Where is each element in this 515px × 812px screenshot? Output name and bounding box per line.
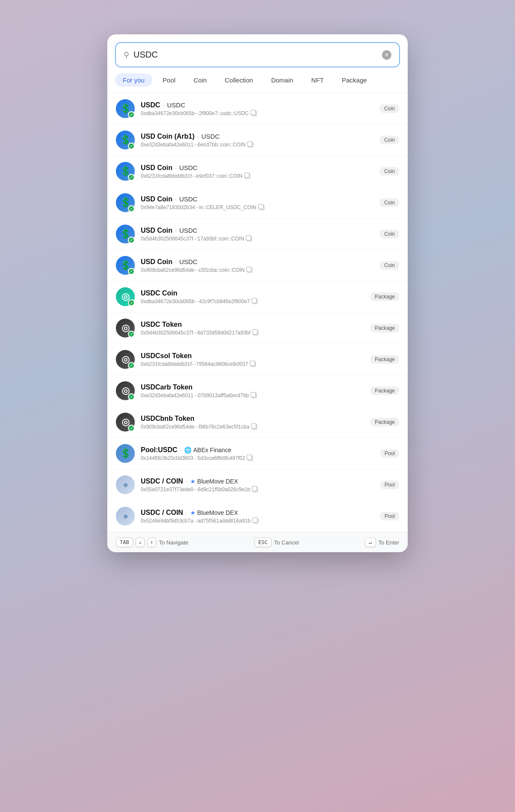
result-icon: 💲 ✓ [116, 193, 135, 212]
result-item[interactable]: 💲 ✓ USD Coin · USDC 0x5d4b302506645c37f·… [107, 219, 408, 250]
enter-hint: ↵ To Enter [365, 538, 399, 547]
tab-domain[interactable]: Domain [264, 73, 301, 87]
copy-icon[interactable] [253, 518, 258, 523]
result-address: 0xe32d3ebafa42e6011···07b9013aff5a6ecd7b… [141, 392, 364, 398]
result-info: USDC / COIN · ★ BlueMove DEX 0x5246e9dbf… [141, 509, 374, 524]
provider-star-icon: ★ [190, 478, 196, 485]
result-icon: ⟐ [116, 475, 135, 494]
verified-badge: ✓ [128, 174, 135, 181]
modal-backdrop: ⚲ ✕ For you Pool Coin Collection Domain … [0, 0, 515, 812]
result-item[interactable]: ⟐ USDC / COIN · ★ BlueMove DEX 0x5246e9d… [107, 501, 408, 532]
search-modal: ⚲ ✕ For you Pool Coin Collection Domain … [107, 34, 408, 552]
copy-icon[interactable] [251, 111, 257, 116]
provider-logo: 🌐 ABEx Finance [184, 447, 231, 453]
verified-badge: ✓ [128, 299, 135, 306]
result-ticker: USDC [167, 101, 185, 109]
result-item[interactable]: ◎ ✓ USDC Token 0x5d4b302506645c37f···6d7… [107, 313, 408, 344]
tab-pool[interactable]: Pool [155, 73, 183, 87]
result-info: USDCbnb Token 0x909cba62ce96d54de···f96b… [141, 415, 364, 430]
provider-logo: ★ BlueMove DEX [190, 478, 238, 485]
result-name: USDCbnb Token [141, 415, 194, 423]
tab-for-you[interactable]: For you [115, 73, 152, 87]
result-badge: Pool [380, 449, 399, 458]
result-name: USD Coin [141, 258, 173, 266]
result-badge: Pool [380, 481, 399, 489]
enter-key: ↵ [365, 538, 376, 547]
result-info: Pool:USDC · 🌐 ABEx Finance 0x144f0b3b20c… [141, 446, 374, 461]
provider-globe-icon: 🌐 [184, 447, 191, 453]
copy-icon[interactable] [251, 362, 256, 367]
result-name: USDC / COIN [141, 477, 183, 485]
search-icon: ⚲ [124, 50, 129, 60]
verified-badge: ✓ [128, 205, 135, 212]
result-name: USD Coin [141, 227, 173, 234]
verified-badge: ✓ [128, 331, 135, 338]
tab-key: TAB [116, 538, 133, 547]
filter-tabs: For you Pool Coin Collection Domain NFT … [107, 73, 408, 93]
result-item[interactable]: ⟐ USDC / COIN · ★ BlueMove DEX 0x55e0721… [107, 469, 408, 501]
result-address: 0x5d4b302506645c37f···17a93bf::coin::COI… [141, 236, 374, 242]
result-item[interactable]: ◎ ✓ USDCarb Token 0xe32d3ebafa42e6011···… [107, 375, 408, 407]
result-info: USDC Token 0x5d4b302506645c37f···6d733d5… [141, 321, 364, 336]
result-icon: 💲 ✓ [116, 256, 135, 275]
tab-collection[interactable]: Collection [217, 73, 261, 87]
result-item[interactable]: ◎ ✓ USDCsol Token 0xb231fcda8bbddb31f···… [107, 344, 408, 375]
tab-package[interactable]: Package [334, 73, 374, 87]
enter-label: To Enter [379, 539, 399, 546]
copy-icon[interactable] [259, 205, 264, 210]
up-key: ↑ [147, 538, 156, 547]
copy-icon[interactable] [252, 299, 258, 304]
result-item[interactable]: 💲 ✓ USDC · USDC 0xdba34672e30cb065b···2f… [107, 93, 408, 125]
result-item[interactable]: 💲 ✓ USD Coin · USDC 0xb231fcda8bbddb31f·… [107, 156, 408, 187]
result-ticker: USDC [179, 227, 198, 234]
result-item[interactable]: 💲 Pool:USDC · 🌐 ABEx Finance 0x144f0b3b2… [107, 438, 408, 469]
result-address: 0x909cba62ce96d54de···f96b76c2e63ec5f1cb… [141, 424, 364, 430]
provider-logo: ★ BlueMove DEX [190, 509, 238, 516]
result-address: 0xdba34672e30cb065b···2f900e7::usdc::USD… [141, 110, 374, 116]
result-info: USDCsol Token 0xb231fcda8bbddb31f···7958… [141, 352, 364, 367]
result-item[interactable]: ◎ ✓ USDCbnb Token 0x909cba62ce96d54de···… [107, 407, 408, 438]
verified-badge: ✓ [128, 111, 135, 118]
result-info: USDCarb Token 0xe32d3ebafa42e6011···07b9… [141, 383, 364, 398]
result-address: 0x94e7a8e71830d2b34···in::CELER_USDC_COI… [141, 204, 374, 210]
result-info: USDC Coin 0xdba34672e30cb065b···42c9f7cb… [141, 289, 364, 304]
tab-nft[interactable]: NFT [303, 73, 331, 87]
verified-badge: ✓ [128, 143, 135, 149]
verified-badge: ✓ [128, 268, 135, 275]
keyboard-hints: TAB ↓ ↑ To Navigate ESC To Cancel ↵ To E… [107, 532, 408, 552]
copy-icon[interactable] [251, 393, 257, 398]
result-item[interactable]: 💲 ✓ USD Coin (Arb1) · USDC 0xe32d3ebafa4… [107, 125, 408, 156]
result-badge: Coin [380, 230, 399, 238]
result-item[interactable]: 💲 ✓ USD Coin · USDC 0x909cba62ce96d54de·… [107, 250, 408, 281]
down-key: ↓ [136, 538, 145, 547]
result-item[interactable]: ◎ ✓ USDC Coin 0xdba34672e30cb065b···42c9… [107, 281, 408, 313]
copy-icon[interactable] [247, 236, 252, 241]
result-name: USDC / COIN [141, 509, 183, 517]
search-input[interactable] [133, 50, 378, 60]
result-icon: ◎ ✓ [116, 287, 135, 306]
copy-icon[interactable] [252, 424, 257, 429]
copy-icon[interactable] [253, 330, 258, 335]
result-name: USDC Token [141, 321, 182, 328]
clear-button[interactable]: ✕ [382, 50, 391, 60]
results-list: 💲 ✓ USDC · USDC 0xdba34672e30cb065b···2f… [107, 93, 408, 532]
result-icon: 💲 ✓ [116, 99, 135, 118]
copy-icon[interactable] [248, 142, 253, 147]
copy-icon[interactable] [253, 487, 258, 492]
result-icon: 💲 ✓ [116, 162, 135, 181]
result-info: USD Coin · USDC 0x5d4b302506645c37f···17… [141, 227, 374, 242]
result-info: USD Coin (Arb1) · USDC 0xe32d3ebafa42e60… [141, 133, 374, 148]
tab-coin[interactable]: Coin [186, 73, 215, 87]
result-badge: Coin [380, 261, 399, 270]
provider-star-icon: ★ [190, 509, 196, 516]
result-address: 0xe32d3ebafa42e6011···6ecd7bb::coin::COI… [141, 142, 374, 148]
result-item[interactable]: 💲 ✓ USD Coin · USDC 0x94e7a8e71830d2b34·… [107, 187, 408, 219]
copy-icon[interactable] [248, 456, 253, 461]
result-address: 0x5246e9dbf9d53cb7a···ad75f561addd816a91… [141, 518, 374, 524]
result-icon: 💲 ✓ [116, 225, 135, 243]
result-badge: Coin [380, 167, 399, 176]
result-address: 0xb231fcda8bbddb31f···79584ac9806ce9cf03… [141, 361, 364, 367]
result-name: USDCarb Token [141, 383, 193, 391]
copy-icon[interactable] [245, 173, 250, 179]
copy-icon[interactable] [247, 268, 252, 273]
